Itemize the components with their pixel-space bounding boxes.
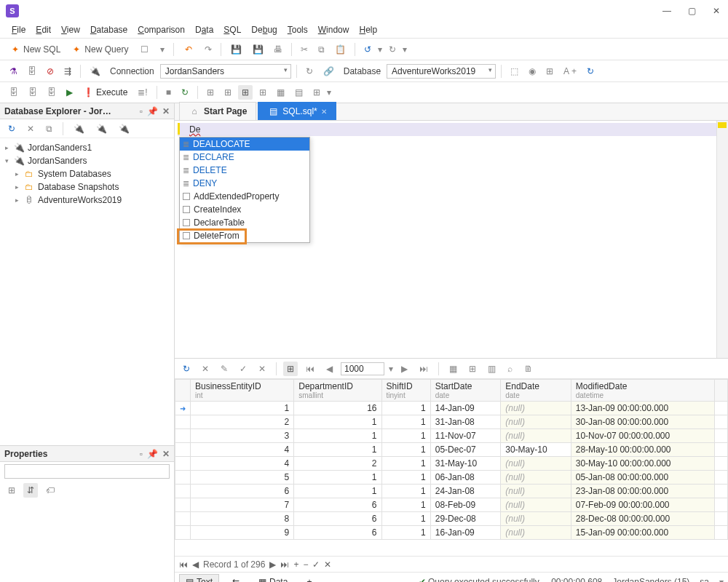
refresh-tree-icon[interactable]: ↻ — [4, 121, 19, 136]
col-md[interactable]: ModifiedDatedatetime — [571, 380, 714, 402]
ac-addext[interactable]: AddExtendedProperty — [180, 190, 309, 203]
tree-node-sysdb[interactable]: ▸🗀System Databases — [0, 167, 174, 180]
table-row[interactable]: 86129-Dec-08(null)28-Dec-08 00:00:00.000 — [175, 512, 728, 526]
maximize-button[interactable]: ▢ — [686, 6, 697, 16]
refresh-grid-icon[interactable]: ↻ — [179, 362, 194, 376]
nav-x-icon[interactable]: ✕ — [324, 559, 331, 570]
g3-icon[interactable]: ⊞ — [238, 85, 253, 100]
col-dep[interactable]: DepartmentIDsmallint — [294, 380, 381, 402]
undo-button[interactable]: ↺ — [360, 42, 375, 57]
gridv3-icon[interactable]: ▥ — [484, 362, 499, 376]
plug-del-icon[interactable]: 🔌 — [115, 121, 133, 136]
step-icon[interactable]: ≣! — [134, 85, 151, 100]
prev-icon[interactable]: ◀ — [323, 362, 336, 376]
tab-sql[interactable]: ▤SQL.sql*✕ — [258, 102, 336, 120]
flask-icon[interactable]: ⚗ — [6, 64, 21, 79]
tool-b-icon[interactable]: ◉ — [525, 64, 539, 79]
cut-button[interactable]: ✂ — [297, 42, 312, 57]
first-icon[interactable]: ⏮ — [302, 362, 318, 376]
window-pos-icon[interactable]: ▫ — [140, 106, 143, 116]
edit-icon[interactable]: ✎ — [217, 362, 232, 376]
az-icon[interactable]: ⇵ — [23, 483, 38, 498]
table-row[interactable]: ➜116114-Jan-09(null)13-Jan-09 00:00:00.0… — [175, 402, 728, 415]
run-button[interactable]: ▶ — [63, 85, 76, 100]
nav-last-icon[interactable]: ⏭ — [280, 559, 289, 570]
x-icon[interactable]: ✕ — [23, 121, 38, 136]
new-sql-button[interactable]: ✦New SQL — [6, 41, 64, 57]
commit-icon[interactable]: ↻ — [178, 85, 192, 100]
g4-icon[interactable]: ⊞ — [256, 85, 270, 100]
gridv2-icon[interactable]: ⊞ — [465, 362, 480, 376]
stop-icon[interactable]: ■ — [162, 85, 175, 100]
table-row[interactable]: 21131-Jan-08(null)30-Jan-08 00:00:00.000 — [175, 415, 728, 429]
copy2-icon[interactable]: ⧉ — [42, 121, 56, 136]
data-grid[interactable]: BusinessEntityIDint DepartmentIDsmallint… — [175, 379, 728, 556]
ac-createidx[interactable]: CreateIndex — [180, 203, 309, 216]
tab-close-icon[interactable]: ✕ — [321, 108, 327, 116]
g1-icon[interactable]: ⊞ — [203, 85, 218, 100]
table-row[interactable]: 51106-Jan-08(null)05-Jan-08 00:00:00.000 — [175, 471, 728, 485]
cancel-icon[interactable]: ✕ — [198, 362, 213, 376]
dropdown-icon[interactable]: ▾ — [157, 42, 168, 57]
pin-icon[interactable]: 📌 — [147, 106, 158, 116]
db3-icon[interactable]: 🗄 — [44, 85, 60, 100]
res-add-icon[interactable]: + — [301, 575, 317, 583]
check-icon[interactable]: ✓ — [236, 362, 250, 376]
db-icon[interactable]: 🗄 — [24, 64, 40, 79]
paste-button[interactable]: 📋 — [331, 42, 349, 57]
prop-icon[interactable]: 🏷 — [42, 483, 58, 498]
nav-next-icon[interactable]: ▶ — [269, 559, 276, 570]
plug2-icon[interactable]: 🔌 — [92, 121, 111, 136]
nav-first-icon[interactable]: ⏮ — [179, 559, 188, 570]
tool-a-icon[interactable]: ⬚ — [507, 64, 522, 79]
page-input[interactable]: 1000 — [341, 362, 384, 375]
mode-icon[interactable]: ⊞ — [283, 362, 298, 376]
filter2-icon[interactable]: ⌕ — [504, 362, 516, 376]
menu-debug[interactable]: Debug — [247, 23, 281, 36]
nav-prev-icon[interactable]: ◀ — [192, 559, 199, 570]
tree-node-server1[interactable]: ▸🔌JordanSanders1 — [0, 141, 174, 154]
nav-del-icon[interactable]: − — [303, 559, 308, 570]
save-button[interactable]: 💾 — [226, 41, 245, 57]
nav-add-icon[interactable]: + — [293, 559, 298, 570]
nav-ok-icon[interactable]: ✓ — [312, 559, 320, 570]
pin-icon[interactable]: 📌 — [147, 449, 158, 459]
ac-deallocate[interactable]: ≣DEALLOCATE — [180, 137, 309, 151]
col-ed[interactable]: EndDatedate — [501, 380, 571, 402]
refresh-icon[interactable]: ↻ — [583, 64, 598, 79]
col-be[interactable]: BusinessEntityIDint — [191, 380, 294, 402]
plug-icon[interactable]: 🔌 — [86, 64, 104, 79]
gridv1-icon[interactable]: ▦ — [446, 362, 461, 376]
refresh-conn-icon[interactable]: ↻ — [302, 64, 317, 79]
last-icon[interactable]: ⏭ — [416, 362, 432, 376]
g5-icon[interactable]: ▦ — [273, 85, 288, 100]
g6-icon[interactable]: ▤ — [291, 85, 306, 100]
menu-edit[interactable]: Edit — [31, 23, 55, 36]
window-pos-icon[interactable]: ▫ — [140, 449, 143, 459]
table-row[interactable]: 41105-Dec-0730-May-1028-May-10 00:00:00.… — [175, 443, 728, 457]
db1-icon[interactable]: 🗄 — [6, 85, 22, 100]
back-button[interactable]: ↶ — [179, 41, 198, 57]
col-sh[interactable]: ShiftIDtinyint — [381, 380, 430, 402]
ac-decltable[interactable]: DeclareTable — [180, 216, 309, 229]
ac-deletefrom[interactable]: DeleteFrom — [180, 229, 309, 242]
g7-icon[interactable]: ⊞ — [309, 85, 324, 100]
tree-node-advworks[interactable]: ▸🛢AdventureWorks2019 — [0, 194, 174, 207]
print-button[interactable]: 🖶 — [270, 42, 286, 57]
redo-button[interactable]: ↻ — [385, 42, 400, 57]
forward-button[interactable]: ↷ — [201, 42, 215, 57]
copy-button[interactable]: ⧉ — [314, 42, 328, 57]
ac-declare[interactable]: ≣DECLARE — [180, 151, 309, 164]
ac-delete[interactable]: ≣DELETE — [180, 164, 309, 177]
tree-node-snap[interactable]: ▸🗀Database Snapshots — [0, 180, 174, 194]
ac-deny[interactable]: ≣DENY — [180, 177, 309, 190]
res-text-tab[interactable]: ▤Text — [179, 574, 219, 583]
close-button[interactable]: ✕ — [711, 6, 722, 16]
connection-combo[interactable]: JordanSanders — [160, 64, 291, 79]
execute-button[interactable]: ❗Execute — [79, 85, 131, 100]
menu-file[interactable]: File — [7, 23, 30, 36]
cat-icon[interactable]: ⊞ — [4, 483, 19, 498]
new-query-button[interactable]: ✦New Query — [67, 41, 132, 57]
table-row[interactable]: 31111-Nov-07(null)10-Nov-07 00:00:00.000 — [175, 429, 728, 443]
tool-c-icon[interactable]: ⊞ — [542, 64, 557, 79]
